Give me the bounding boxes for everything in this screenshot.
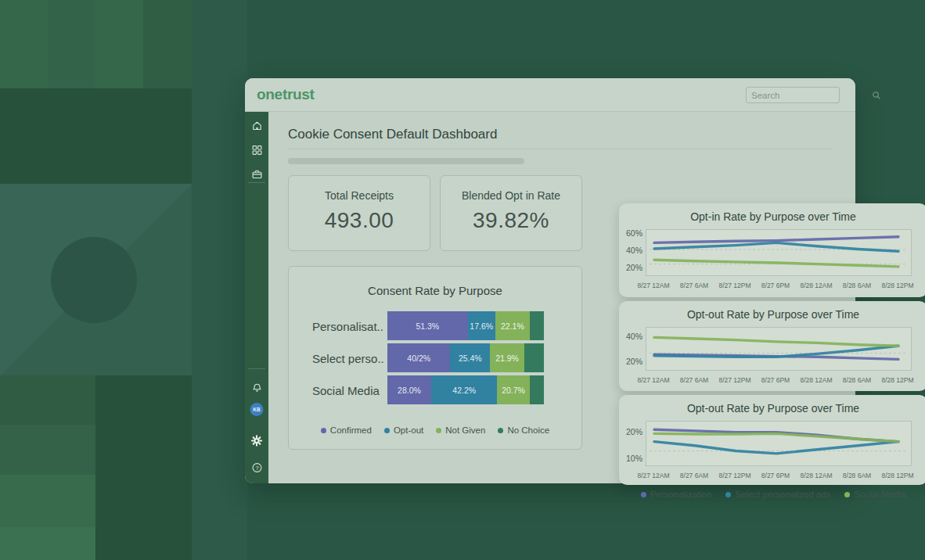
y-axis-tick: 20% bbox=[619, 427, 642, 436]
y-axis-tick: 10% bbox=[619, 454, 642, 463]
bg-shape bbox=[0, 375, 95, 425]
consent-bar: 51.3%17.6%22.1% bbox=[387, 311, 544, 340]
gear-icon[interactable] bbox=[251, 435, 263, 447]
line-chart-plot bbox=[646, 327, 912, 371]
bar-segment-label: 21.9% bbox=[495, 354, 519, 363]
legend-item[interactable]: Confirmed bbox=[321, 425, 372, 435]
bg-shape bbox=[0, 475, 95, 527]
bar-segment-label: 28.0% bbox=[398, 386, 421, 395]
line-series-social-media bbox=[654, 260, 898, 267]
x-axis: 8/27 12AM8/27 6AM8/27 12PM8/27 6PM8/28 1… bbox=[646, 472, 912, 481]
legend-label: Social Media bbox=[854, 490, 905, 499]
chart-title: Opt-out Rate by Purpose over Time bbox=[619, 308, 925, 321]
time-legend: PersonalizationSelect personalized adsSo… bbox=[619, 490, 925, 499]
bg-shape bbox=[143, 0, 192, 88]
bar-segment-opt-out: 42.2% bbox=[431, 375, 497, 404]
y-axis-tick: 20% bbox=[619, 357, 642, 366]
search-input[interactable] bbox=[751, 91, 872, 100]
x-axis-tick: 8/27 12AM bbox=[637, 282, 669, 289]
legend-item[interactable]: No Choice bbox=[498, 425, 549, 435]
bg-shape bbox=[0, 88, 192, 184]
bg-shape bbox=[192, 0, 247, 560]
filter-skeleton-bar bbox=[288, 158, 524, 164]
bar-segment-label: 17.6% bbox=[470, 321, 493, 331]
legend-item[interactable]: Social Media bbox=[844, 490, 905, 499]
bg-shape bbox=[48, 0, 95, 88]
legend-label: Opt-out bbox=[394, 425, 423, 435]
y-axis-tick: 40% bbox=[619, 246, 642, 255]
line-series-social-media bbox=[654, 337, 898, 346]
line-chart-plot bbox=[646, 421, 912, 466]
home-icon[interactable] bbox=[251, 120, 263, 131]
bar-segment-no-choice bbox=[524, 343, 544, 372]
bar-segment-label: 22.1% bbox=[501, 321, 524, 331]
line-chart-plot bbox=[646, 229, 912, 276]
bar-segment-label: 40/2% bbox=[407, 354, 430, 363]
line-series-select-personalized-ads bbox=[654, 242, 898, 251]
app-window: onetrust KB bbox=[245, 78, 855, 483]
consent-row-label: Select perso... bbox=[312, 351, 384, 364]
legend-dot bbox=[436, 428, 441, 433]
y-axis-tick: 60% bbox=[619, 228, 642, 238]
x-axis-tick: 8/28 12AM bbox=[800, 376, 832, 384]
x-axis-tick: 8/27 6PM bbox=[761, 472, 790, 479]
bg-shape bbox=[0, 527, 95, 560]
onetrust-logo: onetrust bbox=[257, 86, 315, 103]
bar-segment-no-choice bbox=[530, 311, 544, 340]
consent-bar-row: Select perso...40/2%25.4%21.9% bbox=[289, 343, 581, 372]
x-axis-tick: 8/27 12AM bbox=[637, 472, 669, 479]
search-icon bbox=[872, 91, 881, 100]
x-axis-tick: 8/28 6AM bbox=[843, 376, 871, 384]
sidebar-divider bbox=[248, 182, 265, 183]
legend-item[interactable]: Opt-out bbox=[384, 425, 423, 435]
sidebar: KB ? bbox=[245, 112, 268, 483]
stat-card-blended-opt-in-rate: Blended Opt in Rate 39.82% bbox=[440, 175, 582, 251]
legend-label: Select personalized ads bbox=[735, 490, 830, 499]
stat-label: Total Receipts bbox=[289, 189, 430, 202]
consent-bar: 28.0%42.2%20.7% bbox=[387, 375, 544, 404]
avatar[interactable]: KB bbox=[250, 403, 264, 416]
search-box[interactable] bbox=[746, 87, 840, 103]
stat-value: 493.00 bbox=[289, 208, 430, 233]
legend-dot bbox=[498, 428, 503, 433]
bg-circle bbox=[51, 237, 137, 323]
bg-shape bbox=[95, 375, 192, 560]
consent-bar-row: Social Media28.0%42.2%20.7% bbox=[289, 375, 581, 404]
legend-label: Not Given bbox=[445, 425, 485, 435]
bell-icon[interactable] bbox=[251, 382, 263, 393]
apps-grid-icon[interactable] bbox=[251, 144, 263, 156]
bar-segment-not-given: 20.7% bbox=[497, 375, 529, 404]
y-axis-tick: 40% bbox=[619, 332, 642, 341]
sidebar-divider bbox=[248, 368, 265, 369]
help-icon[interactable]: ? bbox=[251, 461, 263, 473]
consent-rows: Personalisat...51.3%17.6%22.1%Select per… bbox=[289, 311, 581, 407]
x-axis-tick: 8/27 12PM bbox=[718, 472, 750, 479]
bar-segment-opt-out: 25.4% bbox=[450, 343, 490, 372]
x-axis-tick: 8/28 12AM bbox=[800, 282, 832, 289]
x-axis-tick: 8/27 6PM bbox=[761, 282, 790, 289]
legend-dot bbox=[844, 492, 850, 497]
bar-segment-no-choice bbox=[530, 375, 544, 404]
legend-item[interactable]: Not Given bbox=[436, 425, 485, 435]
bar-segment-label: 25.4% bbox=[459, 354, 482, 363]
stat-label: Blended Opt in Rate bbox=[441, 189, 581, 202]
chart-title: Opt-out Rate by Purpose over Time bbox=[619, 402, 925, 415]
legend-label: Personalization bbox=[650, 490, 712, 499]
bar-segment-not-given: 22.1% bbox=[495, 311, 530, 340]
consent-bar: 40/2%25.4%21.9% bbox=[387, 343, 544, 372]
x-axis-tick: 8/27 12PM bbox=[718, 282, 750, 289]
line-series-select-personalized-ads bbox=[654, 442, 898, 454]
opt-out-rate-chart-card-2: Opt-out Rate by Purpose over Time 20%10%… bbox=[619, 395, 925, 485]
consent-rate-chart-card: Consent Rate by Purpose Personalisat...5… bbox=[288, 266, 582, 450]
bar-segment-confirmed: 51.3% bbox=[387, 311, 468, 340]
legend-dot bbox=[725, 492, 731, 497]
legend-item[interactable]: Select personalized ads bbox=[725, 490, 830, 499]
legend-item[interactable]: Personalization bbox=[641, 490, 712, 499]
x-axis-tick: 8/28 6AM bbox=[843, 472, 871, 479]
briefcase-icon[interactable] bbox=[251, 168, 263, 180]
x-axis: 8/27 12AM8/27 6AM8/27 12PM8/27 6PM8/28 1… bbox=[646, 282, 912, 291]
legend-label: No Choice bbox=[507, 425, 549, 435]
bar-segment-label: 42.2% bbox=[452, 386, 476, 395]
bar-segment-not-given: 21.9% bbox=[490, 343, 524, 372]
chart-title: Consent Rate by Purpose bbox=[289, 284, 581, 297]
